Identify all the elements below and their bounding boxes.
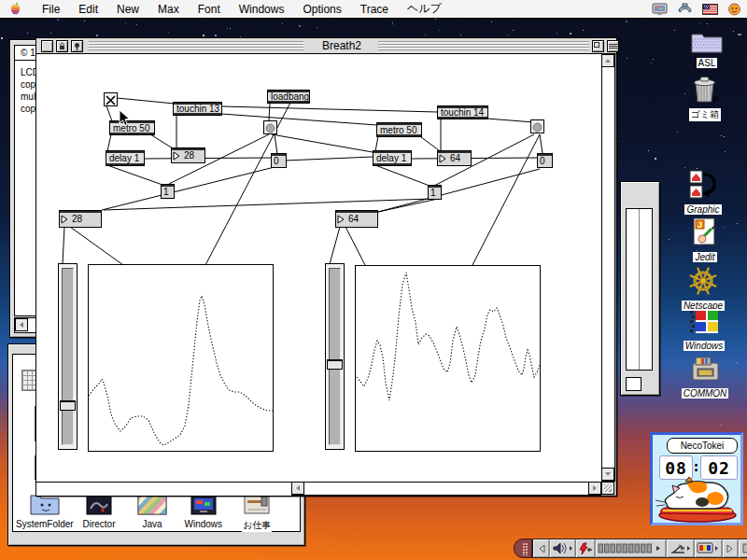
menu-trace[interactable]: Trace [351, 3, 398, 16]
number-box[interactable]: 28 [171, 147, 205, 163]
patch-cord[interactable] [375, 136, 378, 151]
horizontal-scrollbar[interactable] [291, 482, 601, 496]
star [684, 167, 685, 168]
patch-cord[interactable] [104, 199, 431, 210]
toggle-box[interactable] [104, 92, 118, 106]
menu-ヘルプ[interactable]: ヘルプ [398, 1, 451, 17]
scroll-right-arrow[interactable] [588, 482, 601, 495]
desktop-icon-Windows[interactable]: Windows [667, 308, 741, 353]
control-strip-right-arrow[interactable] [723, 539, 739, 557]
breath2-titlebar[interactable]: Breath2 [36, 38, 616, 54]
patch-cord[interactable] [221, 114, 377, 125]
scroll-left-arrow[interactable] [291, 482, 304, 495]
menu-bar: FileEditNewMaxFontWindowsOptionsTraceヘルプ [0, 0, 747, 19]
number-box[interactable]: 1 [428, 185, 442, 200]
control-strip-tab[interactable] [514, 539, 532, 558]
patcher-button[interactable] [71, 40, 83, 52]
menu-windows[interactable]: Windows [230, 3, 294, 16]
desktop-icon-Jedit[interactable]: JJedit [668, 217, 742, 264]
svg-text:J: J [698, 220, 702, 230]
number-box[interactable]: 64 [335, 210, 378, 228]
star [125, 23, 126, 24]
patch-cord[interactable] [117, 98, 175, 104]
control-strip-energy[interactable] [576, 539, 596, 557]
patch-cord[interactable] [540, 134, 543, 153]
object-box-loadbang[interactable]: loadbang [267, 90, 310, 104]
object-box-metro-50[interactable]: metro 50 [376, 122, 422, 137]
app-menu-icon[interactable] [727, 2, 741, 16]
number-box[interactable]: 0 [271, 153, 287, 168]
vertical-scrollbar[interactable] [601, 54, 615, 482]
control-strip-left-arrow[interactable] [533, 539, 550, 557]
star [50, 33, 51, 34]
object-box-metro-50[interactable]: metro 50 [109, 120, 155, 135]
patch-cord[interactable] [102, 167, 275, 210]
us-flag-menu-icon[interactable] [702, 4, 718, 15]
zoom-box[interactable] [592, 40, 604, 52]
desktop-icon-ゴミ箱[interactable]: ゴミ箱 [668, 73, 742, 121]
control-strip-level-bars[interactable] [596, 539, 667, 557]
control-strip-lamp[interactable] [667, 539, 695, 557]
background-window-right [620, 181, 660, 396]
menu-font[interactable]: Font [189, 3, 230, 16]
object-box-delay-1[interactable]: delay 1 [373, 150, 412, 166]
resize-box[interactable] [601, 482, 614, 495]
clock-colon: : [692, 458, 700, 475]
number-box[interactable]: 0 [537, 153, 553, 168]
phone-menu-icon[interactable] [677, 3, 693, 15]
patch-cord[interactable] [285, 157, 373, 161]
slider[interactable] [325, 263, 345, 450]
slider[interactable] [58, 263, 78, 450]
menu-options[interactable]: Options [293, 3, 350, 16]
star [27, 33, 28, 34]
patch-cord[interactable] [150, 134, 173, 148]
patch-cord[interactable] [472, 134, 540, 265]
menu-edit[interactable]: Edit [69, 3, 107, 16]
scroll-down-arrow[interactable] [601, 468, 614, 481]
bang-button[interactable] [530, 119, 544, 133]
waveform-curve [357, 273, 540, 400]
control-strip[interactable] [514, 539, 747, 558]
patch-cord[interactable] [70, 227, 123, 265]
control-strip-speaker[interactable] [550, 539, 576, 557]
control-strip-monitor-colors[interactable] [695, 539, 723, 557]
patch-cord[interactable] [275, 134, 277, 154]
desktop-icon-Graphic[interactable]: Graphic [666, 170, 740, 217]
star [299, 25, 301, 27]
patch-cord[interactable] [412, 158, 539, 159]
close-box[interactable] [41, 40, 53, 52]
bang-button[interactable] [263, 120, 277, 134]
patch-cord[interactable] [107, 134, 111, 151]
number-box[interactable]: 64 [437, 150, 472, 166]
patch-cord[interactable] [345, 227, 365, 265]
collapse-box[interactable] [607, 40, 619, 52]
menu-max[interactable]: Max [148, 3, 189, 16]
patch-cord[interactable] [63, 227, 64, 264]
number-box[interactable]: 28 [59, 210, 102, 228]
patch-cord[interactable] [106, 105, 112, 121]
desktop-icon-ASL[interactable]: ASL [669, 31, 744, 70]
menu-file[interactable]: File [33, 3, 69, 16]
patch-cord[interactable] [272, 134, 373, 152]
object-box-delay-1[interactable]: delay 1 [106, 150, 145, 166]
menu-new[interactable]: New [107, 3, 148, 16]
patch-cord[interactable] [486, 119, 534, 122]
scroll-up-arrow[interactable] [601, 54, 614, 67]
apple-menu-icon[interactable] [9, 2, 21, 16]
patch-cord[interactable] [222, 106, 437, 112]
desktop-icon-COMMON[interactable]: COMMON [668, 356, 742, 400]
patch-cord[interactable] [143, 158, 272, 159]
object-box-touchin-13[interactable]: touchin 13 [173, 102, 222, 116]
control-strip-end-box[interactable] [739, 539, 747, 557]
display-menu-icon[interactable] [652, 3, 668, 16]
lock-button[interactable] [56, 40, 68, 52]
patch-cord[interactable] [330, 227, 340, 264]
patch-cord[interactable] [205, 103, 290, 265]
object-box-touchin-14[interactable]: touchin 14 [437, 105, 488, 119]
bottom-blank-strip [36, 482, 291, 496]
necotokei-title[interactable]: NecoTokei [667, 438, 738, 454]
desktop-icon-Netscape[interactable]: Netscape [666, 266, 740, 313]
patch-cord[interactable] [107, 165, 162, 185]
patch-cord[interactable] [375, 165, 430, 186]
number-box[interactable]: 1 [161, 184, 175, 199]
